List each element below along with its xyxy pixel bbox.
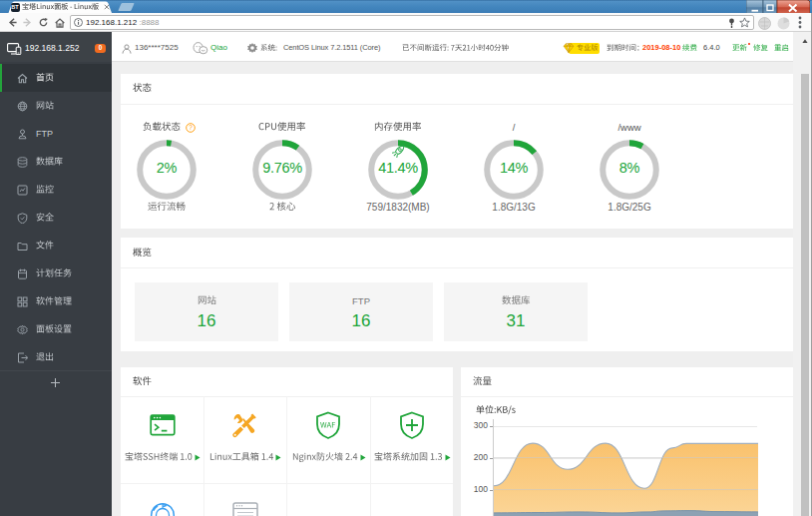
svg-text:?: ? (189, 124, 193, 131)
